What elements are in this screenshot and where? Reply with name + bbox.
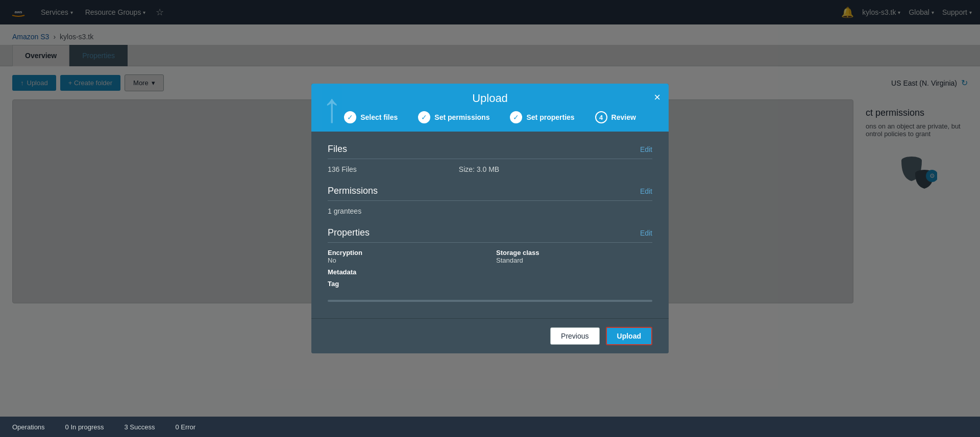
tag-label: Tag xyxy=(328,280,484,288)
files-info: 136 Files Size: 3.0 MB xyxy=(328,165,652,173)
step-4-label: Review xyxy=(611,113,636,121)
scroll-indicator xyxy=(328,300,652,302)
modal-body: Files Edit 136 Files Size: 3.0 MB Permis… xyxy=(311,132,669,318)
modal-title-row: Upload xyxy=(324,92,656,111)
step-2-label: Set permissions xyxy=(434,113,489,121)
properties-edit-button[interactable]: Edit xyxy=(640,229,652,237)
storage-class-prop: Storage class Standard xyxy=(496,249,652,264)
step-2-icon: ✓ xyxy=(418,111,430,123)
permissions-section-header: Permissions Edit xyxy=(328,186,652,201)
files-size: Size: 3.0 MB xyxy=(459,165,499,173)
operations-status: Operations xyxy=(12,423,45,431)
storage-class-label: Storage class xyxy=(496,249,652,256)
success-status: 3 Success xyxy=(124,423,155,431)
modal-title: Upload xyxy=(472,92,508,105)
modal-footer: Previous Upload xyxy=(311,318,669,353)
permissions-edit-button[interactable]: Edit xyxy=(640,187,652,195)
permissions-section-title: Permissions xyxy=(328,186,378,196)
steps-row: ✓ Select files ✓ Set permissions ✓ Set p… xyxy=(324,111,656,132)
metadata-label: Metadata xyxy=(328,268,484,276)
upload-confirm-button[interactable]: Upload xyxy=(606,327,652,345)
properties-section: Properties Edit Encryption No Storage cl… xyxy=(328,227,652,288)
status-bar: Operations 0 In progress 3 Success 0 Err… xyxy=(0,417,980,437)
step-set-properties: ✓ Set properties xyxy=(500,111,584,123)
step-set-permissions: ✓ Set permissions xyxy=(408,111,500,123)
step-review: 4 Review xyxy=(585,111,646,123)
tag-prop: Tag xyxy=(328,280,484,288)
properties-section-header: Properties Edit xyxy=(328,227,652,243)
step-3-label: Set properties xyxy=(526,113,574,121)
files-section: Files Edit 136 Files Size: 3.0 MB xyxy=(328,144,652,173)
step-1-label: Select files xyxy=(360,113,398,121)
upload-modal: ↑ Upload × ✓ Select files ✓ Set permissi… xyxy=(311,84,669,353)
grantees-info: 1 grantees xyxy=(328,207,652,215)
error-status: 0 Error xyxy=(175,423,195,431)
encryption-prop: Encryption No xyxy=(328,249,484,264)
step-3-icon: ✓ xyxy=(510,111,522,123)
metadata-prop: Metadata xyxy=(328,268,484,276)
files-section-header: Files Edit xyxy=(328,144,652,159)
upload-watermark-icon: ↑ xyxy=(322,88,342,128)
step-select-files: ✓ Select files xyxy=(334,111,408,123)
modal-close-button[interactable]: × xyxy=(654,91,660,104)
modal-overlay[interactable]: ↑ Upload × ✓ Select files ✓ Set permissi… xyxy=(0,0,980,437)
properties-grid: Encryption No Storage class Standard Met… xyxy=(328,249,652,288)
step-4-icon: 4 xyxy=(595,111,607,123)
previous-button[interactable]: Previous xyxy=(550,327,599,345)
encryption-label: Encryption xyxy=(328,249,484,256)
properties-section-title: Properties xyxy=(328,227,370,238)
files-section-title: Files xyxy=(328,144,347,155)
in-progress-status: 0 In progress xyxy=(65,423,104,431)
permissions-section: Permissions Edit 1 grantees xyxy=(328,186,652,215)
encryption-value: No xyxy=(328,256,484,264)
modal-header: ↑ Upload × ✓ Select files ✓ Set permissi… xyxy=(311,84,669,132)
storage-class-value: Standard xyxy=(496,256,652,264)
files-edit-button[interactable]: Edit xyxy=(640,145,652,153)
files-count: 136 Files xyxy=(328,165,357,173)
step-1-icon: ✓ xyxy=(344,111,356,123)
